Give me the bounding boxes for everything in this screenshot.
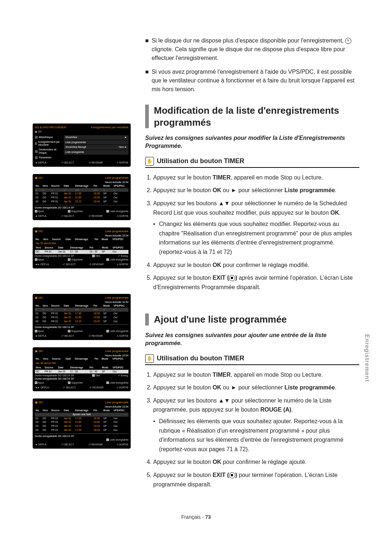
tv2-time: Heure Actuelle 10:54 [35, 181, 128, 184]
tv2-table: No.VersSourceDateDémarrageFinModeVPS/PDC… [35, 184, 128, 204]
clock-icon [345, 38, 351, 44]
bullet-icon: ■ [145, 68, 149, 94]
tv1-left-2: Gestionnaire de Disque [39, 148, 64, 155]
tv3-orange-title: No. 01 Aucun titre [35, 241, 128, 246]
tv1-left-3: Paramétrer [39, 156, 52, 159]
tv-menu-screenshot: DD & DVD RECORDER Enregistrement par min… [33, 124, 131, 167]
s1-step3: Appuyez sur les boutons ▲▼ pour sélectio… [153, 199, 359, 257]
section1-steps: Appuyez sur le bouton TIMER, appareil en… [145, 173, 359, 292]
tv1-right-3: Liste enregistrée [65, 151, 84, 154]
s2-step3-sub: Définissez les éléments que vous souhait… [153, 417, 359, 454]
s1-step4: Appuyez sur le bouton OK pour confirmer … [153, 260, 359, 270]
stop-icon [229, 472, 235, 478]
top-notes: ■ Si le disque dur ne dispose plus d'esp… [145, 36, 359, 94]
section2-intro: Suivez les consignes suivantes pour ajou… [145, 331, 359, 348]
section1-intro: Suivez les consignes suivantes pour modi… [145, 134, 359, 150]
s2-step5: Appuyez sur le bouton EXIT () pour termi… [153, 470, 359, 489]
s2-step2: Appuyez sur le bouton OK ou ► pour sélec… [153, 383, 359, 392]
note-1: Si le disque dur ne dispose plus d'espac… [152, 36, 359, 62]
tv1-title-left: DD & DVD RECORDER [35, 126, 66, 129]
section2-subbar: ✋ Utilisation du bouton TIMER [145, 354, 359, 365]
tv1-right-2: ShowView Allongé [65, 146, 86, 149]
s2-step4: Appuyez sur le bouton OK pour confirmer … [153, 457, 359, 467]
tv1-foot-3: ⎋ SORTIE [117, 161, 128, 165]
s1-step1: Appuyez sur le bouton TIMER, appareil en… [153, 173, 359, 182]
s2-step3: Appuyez sur les boutons ▲▼ pour sélectio… [153, 396, 359, 454]
page-footer: Français - 73 [181, 514, 211, 520]
tv2-rec: Durée enregistrable DD 108:14 SP [35, 206, 128, 210]
tv-edit-screenshot: ▣ DD Liste programmée Heure Actuelle 10:… [33, 227, 131, 268]
tv1-foot-2: ↺ REVENIR [89, 161, 103, 165]
tv1-left-0: Bibliothèque [39, 136, 53, 139]
section1-subbar: ✋ Utilisation du bouton TIMER [145, 157, 359, 168]
tv1-foot-1: ⏎ SELECT. [61, 161, 74, 165]
section2-title: Ajout d'une liste programmée [145, 314, 359, 325]
tv5-orange-title: No. 04 Aucun titre [35, 361, 128, 366]
screenshots-column: DD & DVD RECORDER Enregistrement par min… [33, 124, 131, 516]
tv1-title-right: Enregistrement par minuterie [91, 126, 128, 129]
tv-list-screenshot-1: ▣ DD Liste programmée Heure Actuelle 10:… [33, 174, 131, 220]
tv-list-screenshot-2: ▣ DD Liste programmée Heure Actuelle 10:… [33, 294, 131, 340]
side-tab: Enregistrement [364, 334, 370, 382]
tv1-right-1: Liste programmée [65, 141, 86, 144]
section2-subtitle: Utilisation du bouton TIMER [157, 355, 244, 362]
tv-addline-screenshot: ▣ DD Liste programmée Heure Actuelle 10:… [33, 399, 131, 449]
text-column: ■ Si le disque dur ne dispose plus d'esp… [145, 36, 359, 516]
hand-icon: ✋ [145, 157, 154, 166]
note-2: Si vous avez programmé l'enregistrement … [152, 68, 359, 94]
tv1-left-1: Enregistrement par minuterie [38, 141, 64, 147]
bullet-icon: ■ [145, 36, 149, 62]
tv1-hdd: DD [38, 130, 42, 133]
stop-icon [229, 275, 235, 281]
section1-subtitle: Utilisation du bouton TIMER [157, 157, 244, 165]
s1-step2: Appuyez sur le bouton OK ou ► pour sélec… [153, 186, 359, 195]
s1-step5: Appuyez sur le bouton EXIT () après avoi… [153, 273, 359, 292]
tv1-foot-0: ◄ DÉPLA. [35, 161, 47, 165]
tv-add-screenshot: ▣ DD Liste programmée Heure Actuelle 10:… [33, 347, 131, 392]
section1-title: Modification de la liste d'enregistremen… [145, 105, 359, 128]
tv1-right-0: ShowView [65, 136, 77, 139]
s2-step1: Appuyez sur le bouton TIMER, appareil en… [153, 370, 359, 380]
section2-steps: Appuyez sur le bouton TIMER, appareil en… [145, 370, 359, 489]
hand-icon: ✋ [145, 354, 154, 363]
s1-step3-sub: Changez les éléments que vous souhaitez … [153, 219, 359, 256]
